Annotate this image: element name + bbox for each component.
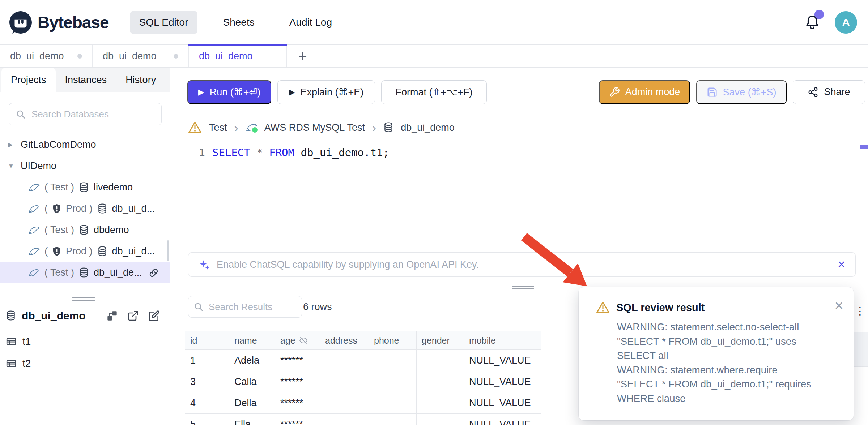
admin-mode-label: Admin mode <box>625 86 680 98</box>
editor-tab-label: db_ui_demo <box>10 51 64 62</box>
nav-sql-editor[interactable]: SQL Editor <box>130 11 198 34</box>
project-row-gitlabcomdemo[interactable]: ▶GitLabComDemo <box>0 134 170 155</box>
db-icon-holder <box>383 122 393 133</box>
column-header-age: age <box>275 331 320 350</box>
column-header-inner: mobile <box>469 335 541 346</box>
sidebar-tabs: ProjectsInstancesHistory <box>0 68 170 92</box>
external-link-icon[interactable] <box>127 310 139 322</box>
editor-tab-1[interactable]: db_ui_demo <box>0 45 93 67</box>
popup-header: SQL review result <box>596 301 839 314</box>
avatar-letter: A <box>842 16 850 29</box>
table-cell: ****** <box>275 350 320 371</box>
notification-bell-button[interactable] <box>804 14 820 31</box>
search-icon-holder <box>16 109 26 119</box>
results-search-input[interactable] <box>208 301 297 313</box>
explain-button[interactable]: ▶ Explain (⌘+E) <box>277 80 375 104</box>
env-label: ( Test ) <box>44 182 74 193</box>
caret-right-icon: ▶ <box>8 141 16 149</box>
column-header-phone: phone <box>369 331 417 350</box>
sql-editor[interactable]: 1 SELECT * FROM db_ui_demo.t1; <box>171 139 868 247</box>
table-cell <box>320 350 369 371</box>
table-list: t1 t2 <box>0 330 170 374</box>
editor-tab-label: db_ui_demo <box>199 51 253 62</box>
popup-warning-holder <box>596 301 610 314</box>
run-button[interactable]: ▶ Run (⌘+⏎) <box>187 80 271 104</box>
sidebar-tab-history[interactable]: History <box>116 68 165 92</box>
sql-token: * <box>256 146 263 159</box>
save-button[interactable]: Save (⌘+S) <box>696 80 787 104</box>
popup-close-icon[interactable]: × <box>834 298 843 313</box>
table-cell: Ella <box>229 414 275 425</box>
results-search[interactable] <box>188 296 302 318</box>
table-cell <box>369 371 417 392</box>
project-label: GitLabComDemo <box>21 139 96 150</box>
editor-tab-strip: db_ui_demodb_ui_demodb_ui_demo + <box>0 44 868 68</box>
nav-audit-log[interactable]: Audit Log <box>280 11 341 34</box>
add-tab-button[interactable]: + <box>287 45 319 67</box>
table-header-row: idnameage addressphonegendermobile <box>185 331 541 350</box>
sidebar-tab-instances[interactable]: Instances <box>56 68 116 92</box>
table-cell <box>320 392 369 414</box>
review-warning-line: SELECT all <box>617 348 839 363</box>
mysql-dolphin-icon <box>28 268 40 278</box>
share-button[interactable]: Share <box>793 80 865 104</box>
bytebase-logo[interactable]: Bytebase <box>9 10 109 34</box>
database-label: db_ui_de... <box>94 267 142 278</box>
editor-tabs: db_ui_demodb_ui_demodb_ui_demo <box>0 45 287 67</box>
sidebar: ProjectsInstancesHistory ▶GitLabComDemo▼… <box>0 68 170 425</box>
chevron-right-icon: › <box>234 121 238 134</box>
table-row: 5Ella******NULL_VALUE <box>185 414 541 425</box>
column-header-inner: phone <box>374 335 416 346</box>
database-panel: db_ui_demo <box>0 301 170 425</box>
database-label: db_ui_d... <box>112 203 155 214</box>
database-search-input[interactable] <box>31 108 155 120</box>
warning-triangle-icon <box>596 301 610 314</box>
table-cell <box>369 414 417 425</box>
play-icon: ▶ <box>289 87 295 97</box>
env-paren: ( <box>44 203 48 214</box>
avatar[interactable]: A <box>835 11 857 34</box>
database-row-db_ui_d[interactable]: ( Prod ) db_ui_d... <box>0 241 170 262</box>
format-button[interactable]: Format (⇧+⌥+F) <box>381 80 487 104</box>
database-row-dbdemo[interactable]: ( Test ) dbdemo <box>0 219 170 241</box>
sidebar-tab-projects[interactable]: Projects <box>1 68 56 92</box>
editor-tab-3[interactable]: db_ui_demo <box>189 45 287 67</box>
database-row-db_ui_de[interactable]: ( Test ) db_ui_de... <box>0 262 170 283</box>
prod-shield-icon <box>52 246 61 256</box>
database-icon <box>6 310 16 322</box>
explain-label: Explain (⌘+E) <box>301 86 364 98</box>
database-icon <box>79 224 89 236</box>
table-icon <box>6 358 17 369</box>
sidebar-scrollbar[interactable] <box>167 240 169 261</box>
table-cell: 4 <box>185 392 229 414</box>
table-cell: ****** <box>275 392 320 414</box>
prod-shield-icon <box>52 204 61 214</box>
breadcrumb-database[interactable]: db_ui_demo <box>401 122 455 133</box>
editor-tab-2[interactable]: db_ui_demo <box>93 45 189 67</box>
admin-mode-button[interactable]: Admin mode <box>599 80 690 104</box>
database-actions <box>106 310 160 322</box>
database-row-livedemo[interactable]: ( Test ) livedemo <box>0 177 170 198</box>
chevron-right-icon: › <box>372 121 376 134</box>
format-label: Format (⇧+⌥+F) <box>396 86 473 98</box>
project-row-uidemo[interactable]: ▼UIDemo <box>0 155 170 177</box>
editor-scroll-marker[interactable] <box>860 145 868 149</box>
schema-diagram-icon[interactable] <box>106 310 118 322</box>
row-count: 6 rows <box>303 296 332 318</box>
table-item-t2[interactable]: t2 <box>0 352 170 374</box>
review-warning-line: WARNING: statement.where.require <box>617 363 839 377</box>
nav-sheets[interactable]: Sheets <box>213 11 264 34</box>
database-search[interactable] <box>9 103 162 125</box>
breadcrumb-environment[interactable]: Test <box>209 122 227 133</box>
database-row-db_ui_d[interactable]: ( Prod ) db_ui_d... <box>0 198 170 219</box>
banner-close-icon[interactable]: × <box>838 258 845 271</box>
column-label: phone <box>374 335 399 346</box>
table-cell <box>320 371 369 392</box>
column-label: address <box>325 335 357 346</box>
edit-icon[interactable] <box>148 310 160 322</box>
table-cell <box>417 414 464 425</box>
table-cell <box>320 414 369 425</box>
breadcrumb-instance[interactable]: AWS RDS MySQL Test <box>264 122 365 133</box>
table-item-t1[interactable]: t1 <box>0 330 170 352</box>
env-label: ( Test ) <box>44 224 74 236</box>
